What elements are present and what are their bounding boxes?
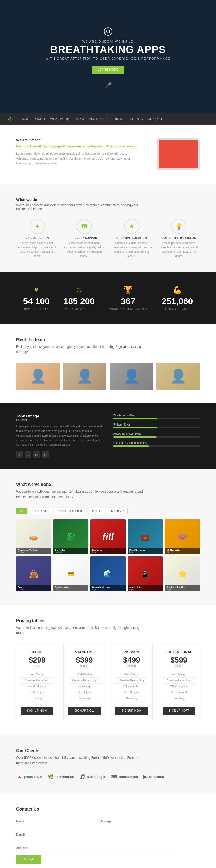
nav-clients[interactable]: CLIENTS [130,118,143,121]
nav-links: HOME ABOUT WHAT WE DO TEAM PORTFOLIO PRI… [21,118,163,121]
team-member-3[interactable]: 👤 [110,363,153,390]
portfolio-item-1[interactable]: 🥧 Awesome Pie Chart Design [16,519,51,554]
client-activeden: ▶ activeden [143,774,164,780]
graphicriver-icon: 🔺 [16,774,22,780]
filter-printing[interactable]: Printing [88,508,105,514]
service-unique-design: ✦ UNIQUE DESIGN Lorem ipsum dolor sit am… [16,219,58,258]
plan-features-3: Web Design Creative Retouching CG Produc… [115,672,148,701]
hero-logo-icon: ◎ [46,24,171,37]
service-out-of-box: 💡 OUT OF THE BOX IDEAS Lorem ipsum dolor… [158,219,200,258]
stat-label-1: Happy Clients [23,307,50,310]
skill-illustrator: Adobe Illustrator (50%) [113,432,200,438]
portfolio-item-3[interactable]: fill Red Logo Logo [90,519,126,554]
codecanyon-label: codecanyon [119,775,138,779]
hero-mic-icon: 🎤 [46,82,171,89]
plan-period-1: /month [21,664,53,668]
portfolio-label-6: Bag Product [16,585,51,591]
nav-logo-icon: ◎ [8,116,13,122]
contact-email-input[interactable] [16,830,178,839]
nav-about[interactable]: ABOUT [35,118,45,121]
twitter-icon[interactable]: t [25,452,31,458]
facebook-icon[interactable]: f [16,452,23,458]
contact-submit-button[interactable]: Submit [16,855,41,864]
contact-address-input[interactable] [16,843,178,852]
plan-feature-3-1: Web Design [115,672,148,678]
portfolio-label-2: Bull's Eye Illustration [53,548,88,554]
portfolio-item-5[interactable]: 👾 3D Character 3D [165,519,200,554]
hero-cta-button[interactable]: LEARN MORE [91,65,124,74]
about-body: Lorem ipsum dolor sit amet, consectetur … [16,151,140,166]
portfolio-title-4: Man With Ideas [129,549,161,551]
contact-message-input[interactable] [99,817,178,826]
portfolio-item-10[interactable]: ⭐ Star Logo for Kids Logo [165,556,200,591]
nav-what-we-do[interactable]: WHAT WE DO [50,118,71,121]
nav-portfolio[interactable]: PORTFOLIO [89,118,107,121]
profile-name: John Omega [16,414,103,418]
skill-name-3: Adobe Illustrator (50%) [113,432,200,435]
code-icon: 💪 [162,285,193,294]
nav-team[interactable]: TEAM [76,118,84,121]
out-of-box-icon: 💡 [171,219,186,234]
linkedin-icon[interactable]: in [42,452,49,458]
filter-logo[interactable]: Logo Design [29,508,52,514]
pricing-grid: BASIC $299 /month Web Design Creative Re… [16,644,200,721]
signup-basic-button[interactable]: Signup Now [21,707,53,715]
portfolio-item-6[interactable]: 👜 Bag Product [16,556,51,591]
filter-3d[interactable]: Design 3D [107,508,128,514]
portfolio-title-1: Awesome Pie Chart [18,549,50,551]
stat-num-4: 251,060 [162,296,193,306]
signup-premium-button[interactable]: Signup Now [115,707,148,715]
clients-section: Our Clients Over 5000+ clients in less t… [0,735,216,793]
portfolio-filters: All Logo Design Mobile Development Print… [16,508,200,514]
hero-subtitle: WE ARE OMEGA! WE BUILD [46,40,171,43]
portfolio-sub-8: Logo [92,588,124,590]
nav-pricing[interactable]: PRICING [112,118,125,121]
skill-content: Content Development (41%) [113,441,200,447]
portfolio-item-7[interactable]: 💳 Business Card Print [53,556,88,591]
stat-happy-clients: ♥ 54 100 Happy Clients [23,285,50,310]
trophy-icon: 🏆 [109,285,148,294]
themeforest-label: themeforest [55,775,74,779]
filter-mobile[interactable]: Mobile Development [54,508,86,514]
plan-feature-3-2: Creative Retouching [115,678,148,684]
portfolio-title: What we've done [16,482,200,487]
plan-name-2: STANDARD [68,650,101,654]
contact-name-input[interactable] [16,817,95,826]
service-friendly-support: ☎ FRIENDLY SUPPORT Lorem ipsum dolor sit… [63,219,105,258]
service-desc-4: Lorem ipsum dolor sit amet, consectetur … [158,241,200,258]
portfolio-label-1: Awesome Pie Chart Design [16,548,51,554]
plan-feature-3-5: Branding [115,695,148,701]
portfolio-item-8[interactable]: 🌊 Ocean Soul Logo Logo [90,556,126,591]
profile-social: f t g+ in [16,452,103,458]
plan-features-1: Web Design Creative Retouching CG Produc… [21,672,53,701]
portfolio-sub-9: App [129,588,161,590]
person-silhouette-2: 👤 [63,363,106,390]
friendly-support-icon: ☎ [77,219,92,234]
signup-professional-button[interactable]: Signup Now [163,707,195,715]
clients-title: Our Clients [16,748,200,753]
signup-standard-button[interactable]: Signup Now [68,707,101,715]
service-desc-2: Lorem ipsum dolor sit amet, consectetur … [63,241,105,258]
team-member-1[interactable]: 👤 [16,363,60,390]
team-member-4[interactable]: 👤 [156,363,200,390]
portfolio-label-8: Ocean Soul Logo Logo [90,585,126,591]
service-desc-3: Lorem ipsum dolor sit amet, consectetur … [111,241,153,258]
plan-period-4: /month [163,664,195,668]
googleplus-icon[interactable]: g+ [33,452,40,458]
client-graphicriver: 🔺 graphicriver [16,774,43,780]
plan-feature-4-3: CG Production [163,684,195,689]
plan-feature-4-5: Branding [163,695,195,701]
portfolio-item-2[interactable]: 🐉 Bull's Eye Illustration [53,519,88,554]
plan-feature-3-3: CG Production [115,684,148,689]
service-name-4: OUT OF THE BOX IDEAS [158,237,200,240]
filter-all[interactable]: All [16,508,27,514]
stat-awards: 🏆 367 Awards & Recognition [109,285,148,310]
nav-home[interactable]: HOME [21,118,30,121]
portfolio-item-4[interactable]: 💼 Man With Ideas Design [128,519,163,554]
about-text: We are Omega! We build breathtaking apps… [16,138,140,170]
hero-title: BREATHTAKING APPS [46,44,171,56]
portfolio-label-9: Application App [128,585,163,591]
nav-contact[interactable]: CONTACT [148,118,163,121]
team-member-2[interactable]: 👤 [63,363,106,390]
portfolio-item-9[interactable]: 📱 Application App [128,556,163,591]
